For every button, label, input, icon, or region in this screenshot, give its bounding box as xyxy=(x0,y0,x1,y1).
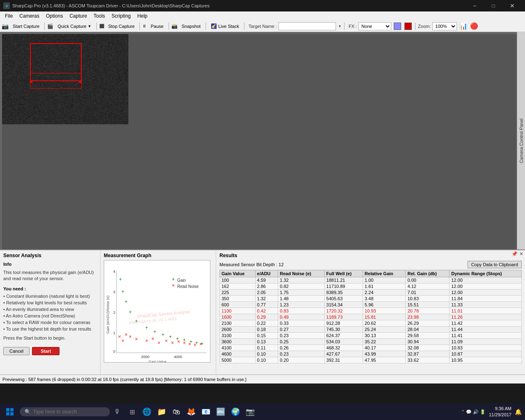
bullet-2: • Relatively low light levels for best r… xyxy=(3,300,97,305)
table-cell: 11.33 xyxy=(450,302,522,308)
svg-text:×: × xyxy=(177,339,180,345)
svg-text:×: × xyxy=(129,334,132,340)
table-cell: 11.26 xyxy=(450,314,522,320)
menu-cameras[interactable]: Cameras xyxy=(16,11,43,21)
table-cell: 0.20 xyxy=(278,357,324,363)
earth-icon[interactable]: 🌍 xyxy=(228,404,243,419)
app-icon-6[interactable]: 🔤 xyxy=(213,404,228,419)
table-cell: 912.28 xyxy=(324,320,363,326)
taskbar-search-input[interactable] xyxy=(33,409,99,415)
svg-text:×: × xyxy=(151,336,154,342)
search-icon: 🔍 xyxy=(25,409,31,415)
separator-2 xyxy=(96,23,97,30)
table-row: 2252.051.758389.352.247.0112.00 xyxy=(220,290,522,296)
panel-close-icon[interactable]: ✕ xyxy=(519,251,523,257)
svg-text:×: × xyxy=(165,338,168,344)
notification-icon[interactable]: 🔔 xyxy=(515,409,522,415)
table-row: 31000.150.23624.3730.1329.5811.41 xyxy=(220,333,522,339)
camera-control-panel-tab[interactable]: Camera Control Panel xyxy=(517,32,525,249)
table-cell: 0.83 xyxy=(278,308,324,314)
col-full-well: Full Well (e) xyxy=(324,270,363,277)
table-cell: 0.10 xyxy=(255,351,278,357)
camera-app-icon[interactable]: 📷 xyxy=(243,404,258,419)
menu-capture[interactable]: Capture xyxy=(66,11,90,21)
table-cell: 0.27 xyxy=(278,326,324,333)
svg-text:×: × xyxy=(118,334,121,340)
svg-text:Read Noise: Read Noise xyxy=(177,284,199,289)
mail-icon[interactable]: 📧 xyxy=(199,404,213,419)
start-capture-label: Start Capture xyxy=(13,24,39,29)
col-dyn-range: Dynamic Range (Stops) xyxy=(450,270,522,277)
svg-text:2: 2 xyxy=(113,310,115,315)
table-cell: 0.13 xyxy=(255,339,278,345)
table-cell: 10.83 xyxy=(406,296,450,302)
quick-capture-icon: 🎬 xyxy=(47,23,53,29)
taskbar-date: 11/29/2017 xyxy=(489,412,511,418)
maximize-button[interactable]: □ xyxy=(484,0,503,11)
table-row: 50000.100.20392.3147.9533.6210.95 xyxy=(220,357,522,363)
table-cell: 1.75 xyxy=(278,290,324,296)
measurement-graph: Gain (e/ADU)/Noise (e) 4 3 2 1 0 2000 40… xyxy=(104,260,210,363)
pause-button[interactable]: Pause xyxy=(148,22,166,31)
table-cell: 2100 xyxy=(220,320,256,326)
separator-4 xyxy=(169,23,169,30)
microphone-button[interactable]: 🎙 xyxy=(110,404,125,419)
fx-select[interactable]: None xyxy=(358,22,391,30)
table-cell: 3.48 xyxy=(363,296,406,302)
menu-options[interactable]: Options xyxy=(43,11,66,21)
table-cell: 1600 xyxy=(220,314,256,320)
taskbar-search[interactable]: 🔍 xyxy=(20,407,110,416)
svg-text:×: × xyxy=(135,336,138,342)
live-stack-button[interactable]: 🌠 Live Stack xyxy=(208,22,242,31)
results-panel: Results Measured Sensor Bit Depth : 12 C… xyxy=(216,250,525,374)
table-cell: 12.00 xyxy=(450,277,522,283)
svg-text:×: × xyxy=(172,283,175,288)
table-cell: 2.24 xyxy=(363,290,406,296)
svg-text:+: + xyxy=(169,334,172,340)
table-row: 3501.321.485405.633.4810.8311.84 xyxy=(220,296,522,302)
sensor-analysis-panel: Sensor Analysis Info This tool measures … xyxy=(0,250,100,374)
table-row: 41000.110.26468.3240.1732.0810.83 xyxy=(220,345,522,351)
quick-capture-dropdown-icon[interactable]: ▼ xyxy=(88,24,91,28)
stop-capture-button[interactable]: Stop Capture xyxy=(106,22,137,31)
svg-rect-48 xyxy=(6,412,9,415)
table-cell: 100 xyxy=(220,277,256,283)
target-name-input[interactable] xyxy=(278,22,336,30)
close-button[interactable]: ✕ xyxy=(503,0,522,11)
store-icon[interactable]: 🛍 xyxy=(169,404,184,419)
start-button[interactable]: Start xyxy=(32,347,59,355)
svg-text:+: + xyxy=(162,332,164,338)
firefox-icon[interactable]: 🦊 xyxy=(184,404,199,419)
edge-icon[interactable]: 🌐 xyxy=(139,404,154,419)
fx-color-1 xyxy=(394,23,401,30)
table-cell: 35.22 xyxy=(363,339,406,345)
copy-data-button[interactable]: Copy Data to Clipboard xyxy=(468,261,522,268)
target-dropdown-icon[interactable]: ▼ xyxy=(338,24,342,28)
bullet-6: • To use the highest bit depth for true … xyxy=(3,326,97,331)
quick-capture-button[interactable]: Quick Capture ▼ xyxy=(55,22,94,31)
table-cell: 32.87 xyxy=(406,351,450,357)
menu-scripting[interactable]: Scripting xyxy=(108,11,134,21)
menu-help[interactable]: Help xyxy=(134,11,151,21)
table-cell: 0.15 xyxy=(255,333,278,339)
task-view-button[interactable]: ⊞ xyxy=(125,404,139,419)
menu-tools[interactable]: Tools xyxy=(90,11,108,21)
cancel-button[interactable]: Cancel xyxy=(3,347,30,355)
bottom-section: 📌 ✕ Sensor Analysis Info This tool measu… xyxy=(0,249,525,374)
separator-3 xyxy=(139,23,140,30)
minimize-button[interactable]: − xyxy=(465,0,484,11)
snapshot-button[interactable]: Snapshot xyxy=(179,22,203,31)
start-button[interactable] xyxy=(2,404,18,420)
table-cell: 25.24 xyxy=(363,326,406,333)
pin-icon[interactable]: 📌 xyxy=(511,251,518,257)
menu-file[interactable]: File xyxy=(2,11,16,21)
svg-text:+: + xyxy=(153,329,156,335)
table-cell: 8389.35 xyxy=(324,290,363,296)
quick-capture-label: Quick Capture xyxy=(57,24,86,29)
table-cell: 12.00 xyxy=(450,283,522,290)
start-capture-button[interactable]: Start Capture xyxy=(10,22,42,31)
table-cell: 43.99 xyxy=(363,351,406,357)
table-cell: 0.00 xyxy=(406,277,450,283)
folder-icon[interactable]: 📁 xyxy=(154,404,169,419)
zoom-select[interactable]: 100% xyxy=(432,22,457,30)
